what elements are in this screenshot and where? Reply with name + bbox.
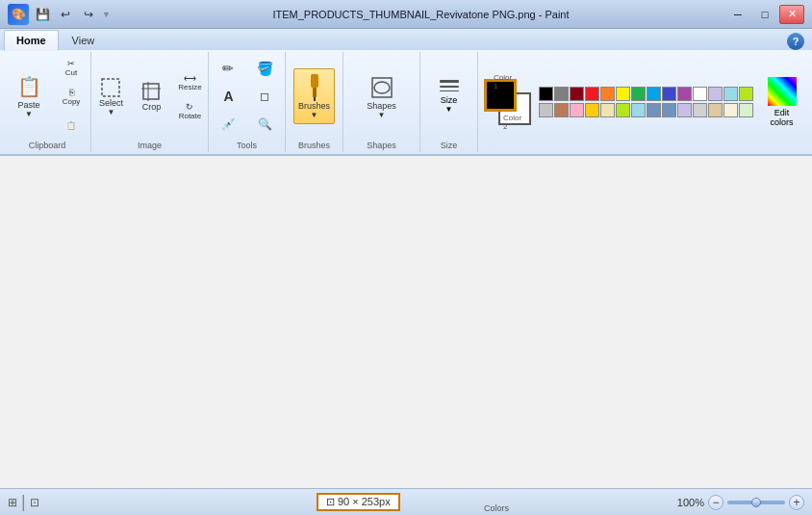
status-separator-1: | [21,492,26,512]
size-button[interactable]: Size ▼ [432,77,467,116]
size-label-group: Size [441,139,458,150]
swatch-lightgreen[interactable] [739,87,753,101]
minimize-button[interactable]: ─ [725,5,750,24]
zoom-slider[interactable] [727,501,785,504]
swatch-steelblue[interactable] [647,103,661,117]
resize-button[interactable]: ⟷ Resize [172,68,207,95]
swatch-yellow[interactable] [616,87,630,101]
size-content: Size ▼ [432,54,467,139]
tools-group: ✏ A 💉 🪣 ◻ 🔍 Tools [209,52,286,152]
swatch-orange[interactable] [600,87,615,101]
paste-special-button[interactable]: 📋 [54,112,89,139]
zoom-thumb [751,498,761,507]
image-group: Select ▼ Crop ⟷ Resize [91,52,209,152]
paste-label: Paste [18,100,40,110]
paste-special-icon: 📋 [66,121,76,130]
swatch-purple[interactable] [677,87,692,101]
cut-button[interactable]: ✂ Cut [54,54,89,81]
swatch-cyan[interactable] [647,87,661,101]
status-center: ⊡ 90 × 253px [47,493,670,511]
brushes-button[interactable]: Brushes ▼ [293,68,335,124]
clipboard-buttons: 📋 Paste ▼ ✂ Cut ⎘ Copy 📋 [6,54,89,139]
clipboard-label: Clipboard [29,139,66,150]
text-button[interactable]: A [211,83,245,110]
maximize-button[interactable]: □ [752,5,777,24]
crop-icon [140,81,162,102]
ribbon-tabs: Home View ? [0,29,812,50]
swatch-pink[interactable] [570,103,584,117]
undo-button[interactable]: ↩ [56,5,75,24]
edit-colors-button[interactable]: Edit colors [761,74,802,130]
dimensions-text: 90 × 253px [338,496,391,507]
image-label: Image [138,139,162,150]
colors-label: Colors [484,502,509,513]
swatch-periwinkle[interactable] [662,103,676,117]
swatch-white[interactable] [693,87,707,101]
rotate-button[interactable]: ↻ Rotate [172,97,207,124]
status-bar: ⊞ | ⊡ ⊡ 90 × 253px 100% − + [0,488,812,515]
color-row-1 [539,87,753,101]
swatch-lavender[interactable] [708,87,723,101]
swatch-silver[interactable] [693,103,707,117]
swatch-red[interactable] [585,87,599,101]
pencil-button[interactable]: ✏ [211,55,245,82]
image-buttons: Select ▼ Crop ⟷ Resize [91,54,207,139]
copy-button[interactable]: ⎘ Copy [54,83,89,110]
size-line-3 [440,90,459,91]
color-gradient-icon [768,77,797,106]
cut-label: Cut [65,68,77,77]
swatch-green[interactable] [631,87,646,101]
close-button[interactable]: ✕ [779,5,804,24]
swatch-darkred[interactable] [570,87,584,101]
save-button[interactable]: 💾 [33,5,52,24]
rotate-label: Rotate [179,112,202,120]
help-button[interactable]: ? [787,33,804,50]
select-icon [100,77,121,98]
swatch-blue[interactable] [662,87,676,101]
cut-icon: ✂ [67,59,75,68]
tab-home[interactable]: Home [4,30,59,51]
color1-label: Color1 [494,73,512,90]
swatch-tan[interactable] [708,103,723,117]
crop-button[interactable]: Crop [132,67,170,125]
size-lines [440,80,459,91]
zoom-out-button[interactable]: − [708,495,723,510]
svg-rect-4 [311,74,318,88]
swatch-brown[interactable] [554,103,569,117]
svg-rect-0 [102,79,119,96]
rotate-icon: ↻ [186,102,193,112]
redo-button[interactable]: ↪ [79,5,98,24]
brushes-label-group: Brushes [298,139,330,150]
select-button[interactable]: Select ▼ [91,67,130,125]
crop-label: Crop [142,102,162,112]
title-bar: 🎨 💾 ↩ ↪ ▼ ITEM_PRODUCTS_THUMBNAIL_Reviva… [0,0,812,29]
size-label: Size [441,95,458,105]
fill-button[interactable]: 🪣 [247,55,282,82]
paste-button[interactable]: 📋 Paste ▼ [6,67,52,125]
swatch-palegreen[interactable] [739,103,753,117]
swatch-gray[interactable] [554,87,569,101]
shapes-label-group: Shapes [367,139,396,150]
swatch-skyblue[interactable] [631,103,646,117]
shapes-button[interactable]: Shapes ▼ [362,68,401,124]
tab-view[interactable]: View [60,30,108,50]
paste-arrow: ▼ [25,110,33,118]
eraser-button[interactable]: ◻ [247,83,282,110]
color-picker-button[interactable]: 💉 [211,111,245,138]
ribbon: 📋 Paste ▼ ✂ Cut ⎘ Copy 📋 [0,50,812,156]
swatch-lightblue[interactable] [723,87,738,101]
swatch-gold[interactable] [585,103,599,117]
zoom-in-button[interactable]: + [789,495,804,510]
swatch-lightgray[interactable] [539,103,553,117]
paint-logo[interactable]: 🎨 [8,4,29,25]
magnifier-button[interactable]: 🔍 [247,111,282,138]
shapes-icon [370,74,393,101]
color-row-2 [539,103,753,117]
swatch-black[interactable] [539,87,553,101]
swatch-violet[interactable] [677,103,692,117]
swatch-cream[interactable] [723,103,738,117]
tools-col-1: ✏ A 💉 [211,55,245,138]
status-resize-icon: ⊡ [30,496,39,509]
swatch-lightyellow[interactable] [600,103,615,117]
swatch-lime[interactable] [616,103,630,117]
